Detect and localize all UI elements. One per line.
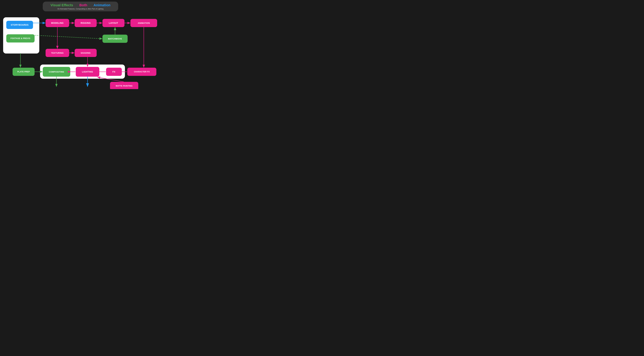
plate-prep-node: PLATE PREP xyxy=(12,68,34,76)
compositing-node: COMPOSITING xyxy=(43,67,70,77)
modeling-node: MODELING xyxy=(46,19,69,27)
legend-vfx-label: Visual Effects xyxy=(50,3,73,7)
storyboards-node: STORYBOARDS xyxy=(6,21,33,29)
input-container: STORYBOARDS FOOTAGE & PREVIS xyxy=(3,17,39,54)
rigging-node: RIGGING xyxy=(75,19,97,27)
legend-subtitle: On Animated Features, Compositing is oft… xyxy=(48,8,114,10)
animation-node: ANIMATION xyxy=(130,19,157,27)
legend: Visual Effects Both Animation On Animate… xyxy=(43,2,118,11)
matchmove-node: MATCHMOVE xyxy=(102,35,128,43)
footage-node: FOOTAGE & PREVIS xyxy=(6,34,34,43)
character-fx-node: CHARACTER FX xyxy=(127,68,156,76)
texturing-node: TEXTURING xyxy=(46,49,69,57)
layout-node: LAYOUT xyxy=(102,19,124,27)
shading-node: SHADING xyxy=(75,49,97,57)
legend-anim-label: Animation xyxy=(94,3,110,7)
lighting-node: LIGHTING xyxy=(76,67,99,77)
legend-both-label: Both xyxy=(79,3,87,7)
matte-painting-node: MATTE PAINTING xyxy=(110,82,138,89)
fx-node: FX xyxy=(106,68,122,76)
diagram: STORYBOARDS FOOTAGE & PREVIS MODELING RI… xyxy=(3,14,158,88)
svg-line-9 xyxy=(34,35,102,39)
